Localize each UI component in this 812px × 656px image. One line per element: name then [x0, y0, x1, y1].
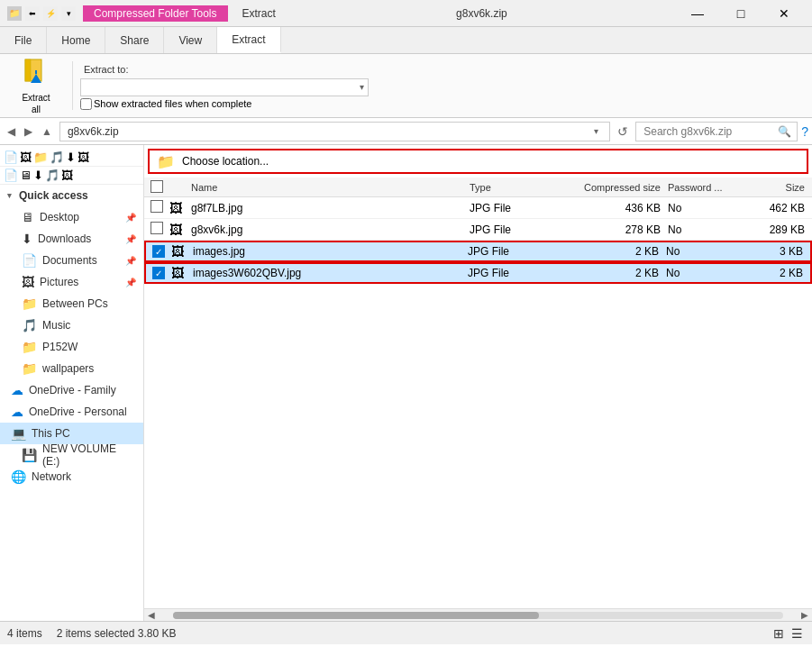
- row-check-0[interactable]: [144, 200, 169, 215]
- header-size[interactable]: Size: [740, 182, 812, 193]
- sidebar-item-desktop[interactable]: 🖥 Desktop 📌: [0, 206, 143, 228]
- sidebar-favorites-bottom: 📄 🖥 ⬇ 🎵 🖼: [0, 167, 143, 185]
- extract-all-label2: all: [32, 105, 41, 114]
- header-type[interactable]: Type: [470, 182, 560, 193]
- fav-pictures2-icon[interactable]: 🖼: [61, 169, 73, 182]
- minimize-button[interactable]: —: [677, 0, 718, 27]
- tab-view[interactable]: View: [164, 27, 217, 53]
- row-check-3[interactable]: ✓: [146, 267, 171, 280]
- sidebar-item-onedrive-personal[interactable]: ☁ OneDrive - Personal: [0, 401, 143, 423]
- sidebar-wallpapers-label: wallpapers: [42, 362, 94, 375]
- sidebar-item-onedrive-family[interactable]: ☁ OneDrive - Family: [0, 379, 143, 401]
- row-type-1: JPG File: [470, 223, 560, 236]
- list-view-button[interactable]: ☰: [789, 624, 805, 642]
- row-size-0: 462 KB: [740, 202, 812, 214]
- row-checkbox-1[interactable]: [151, 222, 163, 234]
- fav-wallpapers-icon[interactable]: 🖼: [78, 150, 89, 164]
- show-extracted-checkbox[interactable]: Show extracted files when complete: [80, 98, 251, 110]
- search-input[interactable]: [643, 125, 775, 138]
- downloads-icon: ⬇: [22, 232, 32, 246]
- up-button[interactable]: ▲: [38, 123, 56, 140]
- address-path[interactable]: g8xv6k.zip ▾: [59, 122, 610, 141]
- horizontal-scrollbar[interactable]: ◀ ▶: [144, 608, 812, 621]
- network-icon: 🌐: [11, 469, 26, 484]
- quick-access-3[interactable]: ▾: [61, 6, 76, 21]
- tab-home[interactable]: Home: [47, 27, 105, 53]
- table-row[interactable]: 🖼 g8f7LB.jpg JPG File 436 KB No 462 KB: [144, 197, 812, 219]
- sidebar-item-p152w[interactable]: 📁 P152W: [0, 336, 143, 358]
- file-list-header: Name Type Compressed size Password ... S…: [144, 178, 812, 197]
- select-all-checkbox[interactable]: [151, 180, 163, 193]
- icon-view-button[interactable]: ⊞: [771, 624, 786, 642]
- choose-location-bar[interactable]: 📁 Choose location...: [148, 149, 808, 174]
- quick-access-expander: ▾: [7, 191, 12, 200]
- extract-all-button[interactable]: Extract all: [7, 58, 65, 114]
- show-extracted-input[interactable]: [80, 98, 92, 110]
- sidebar-item-between-pcs[interactable]: 📁 Between PCs: [0, 293, 143, 314]
- sidebar-item-wallpapers[interactable]: 📁 wallpapers: [0, 358, 143, 379]
- header-password[interactable]: Password ...: [668, 182, 740, 193]
- search-box[interactable]: 🔍: [635, 122, 798, 141]
- address-bar: ◀ ▶ ▲ g8xv6k.zip ▾ ↺ 🔍 ?: [0, 118, 812, 145]
- tab-file[interactable]: File: [0, 27, 47, 53]
- wallpapers-icon: 📁: [22, 361, 37, 376]
- table-row[interactable]: 🖼 g8xv6k.jpg JPG File 278 KB No 289 KB: [144, 219, 812, 241]
- row-password-3: No: [666, 267, 738, 279]
- sidebar-item-new-volume[interactable]: 💾 NEW VOLUME (E:): [0, 444, 143, 466]
- fav-music-icon[interactable]: 🎵: [50, 150, 64, 164]
- sidebar-p152w-label: P152W: [42, 341, 78, 353]
- extract-path-input[interactable]: ▾: [80, 78, 369, 96]
- fav-between-pcs-icon[interactable]: 📁: [33, 150, 48, 164]
- row-icon-3: 🖼: [171, 266, 189, 280]
- sidebar-item-downloads[interactable]: ⬇ Downloads 📌: [0, 228, 143, 250]
- sidebar-this-pc-label: This PC: [32, 427, 70, 440]
- sidebar-item-network[interactable]: 🌐 Network: [0, 466, 143, 487]
- tab-extract[interactable]: Extract: [217, 27, 280, 53]
- sidebar-item-pictures[interactable]: 🖼 Pictures 📌: [0, 271, 143, 293]
- address-dropdown-arrow[interactable]: ▾: [590, 126, 602, 136]
- sidebar-item-documents[interactable]: 📄 Documents 📌: [0, 250, 143, 271]
- fav-desktop-icon[interactable]: 🖥: [20, 169, 32, 182]
- back-button[interactable]: ◀: [4, 123, 19, 140]
- extract-path-dropdown[interactable]: ▾: [360, 82, 364, 92]
- sidebar-network-label: Network: [32, 470, 71, 483]
- header-check[interactable]: [144, 180, 169, 195]
- maximize-button[interactable]: □: [720, 0, 762, 27]
- scrollbar-thumb[interactable]: [173, 612, 539, 619]
- close-button[interactable]: ✕: [763, 0, 805, 27]
- downloads-pin: 📌: [125, 234, 136, 244]
- help-button[interactable]: ?: [801, 124, 808, 139]
- table-row[interactable]: ✓ 🖼 images.jpg JPG File 2 KB No 3 KB: [144, 241, 812, 262]
- scrollbar-track[interactable]: [173, 612, 783, 619]
- sidebar-item-this-pc[interactable]: 💻 This PC: [0, 423, 143, 444]
- refresh-button[interactable]: ↺: [614, 124, 632, 139]
- quick-access-1[interactable]: ⬅: [25, 6, 40, 21]
- row-check-2[interactable]: ✓: [146, 245, 171, 259]
- fav-pictures-icon[interactable]: 🖼: [20, 150, 32, 164]
- row-checkbox-0[interactable]: [151, 200, 163, 213]
- scroll-left-button[interactable]: ◀: [144, 610, 159, 620]
- sidebar-item-music[interactable]: 🎵 Music: [0, 314, 143, 336]
- sidebar-quick-access[interactable]: ▾ Quick access: [0, 185, 143, 206]
- tab-share[interactable]: Share: [105, 27, 164, 53]
- fav-downloads2-icon[interactable]: ⬇: [33, 169, 43, 182]
- extract-all-icon: [22, 58, 50, 91]
- row-check-1[interactable]: [144, 222, 169, 237]
- app-icon-small: 📁: [7, 6, 22, 21]
- fav-documents2-icon[interactable]: 📄: [4, 169, 18, 182]
- row-checkbox-2[interactable]: ✓: [152, 245, 165, 258]
- fav-documents-icon[interactable]: 📄: [4, 150, 18, 164]
- row-password-1: No: [668, 223, 740, 236]
- header-name[interactable]: Name: [187, 182, 470, 193]
- table-row[interactable]: ✓ 🖼 images3W602QBV.jpg JPG File 2 KB No …: [144, 262, 812, 284]
- scroll-right-button[interactable]: ▶: [798, 610, 812, 620]
- between-pcs-icon: 📁: [22, 296, 37, 311]
- file-type-icon-3: 🖼: [171, 266, 184, 280]
- quick-access-2[interactable]: ⚡: [43, 6, 58, 21]
- header-compressed[interactable]: Compressed size: [560, 182, 668, 193]
- forward-button[interactable]: ▶: [21, 123, 36, 140]
- fav-downloads-icon[interactable]: ⬇: [66, 150, 76, 164]
- sidebar-onedrive-personal-label: OneDrive - Personal: [29, 405, 127, 418]
- row-checkbox-3[interactable]: ✓: [152, 267, 165, 279]
- fav-music2-icon[interactable]: 🎵: [45, 169, 59, 182]
